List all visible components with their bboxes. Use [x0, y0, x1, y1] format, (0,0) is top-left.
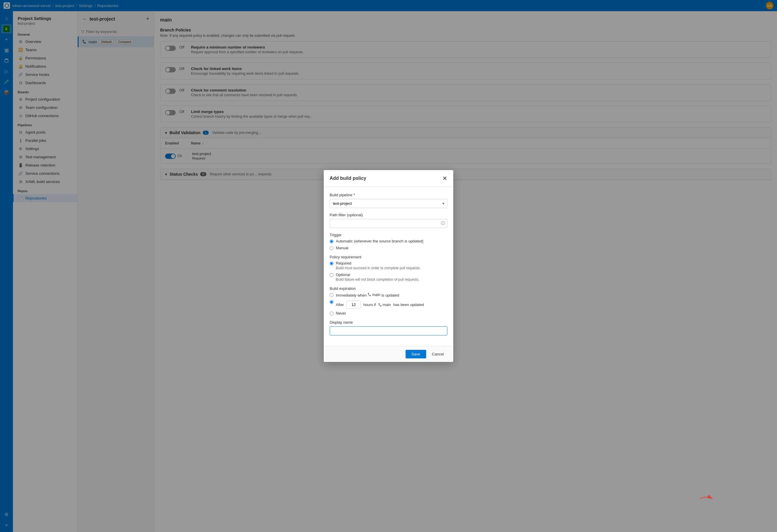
path-filter-group: Path filter (optional) ⓘ — [330, 213, 447, 228]
save-button[interactable]: Save — [406, 350, 426, 358]
modal-header: Add build policy ✕ — [324, 170, 453, 187]
modal-overlay: Add build policy ✕ Build pipeline * test… — [0, 0, 777, 532]
build-pipeline-select-wrapper: test-project — [330, 199, 447, 208]
build-pipeline-select[interactable]: test-project — [330, 199, 447, 208]
svg-point-3 — [370, 295, 371, 296]
modal-footer: Save Cancel — [324, 346, 453, 362]
path-filter-input[interactable] — [330, 219, 447, 228]
exp-immediately-label[interactable]: Immediately when main is updated — [330, 292, 447, 297]
modal-close-button[interactable]: ✕ — [442, 175, 447, 182]
add-build-policy-modal: Add build policy ✕ Build pipeline * test… — [324, 170, 453, 362]
display-name-group: Display name — [330, 320, 447, 336]
cancel-button[interactable]: Cancel — [429, 350, 447, 358]
exp-branch-ref-1: main — [367, 292, 380, 297]
exp-branch-ref-2: main — [378, 302, 391, 307]
policy-requirement-radio-group: Required Build must succeed in order to … — [330, 261, 447, 282]
svg-point-4 — [379, 303, 380, 304]
trigger-manual-label[interactable]: Manual — [330, 246, 447, 250]
hours-input[interactable] — [346, 301, 361, 309]
build-expiration-group: Build expiration Immediately when main i… — [330, 286, 447, 316]
display-name-input[interactable] — [330, 326, 447, 336]
trigger-label: Trigger — [330, 233, 447, 237]
arrow-indicator — [697, 493, 715, 506]
trigger-automatic-radio[interactable] — [330, 240, 333, 243]
build-expiration-radio-group: Immediately when main is updated After — [330, 292, 447, 316]
modal-body: Build pipeline * test-project Path filte… — [324, 187, 453, 346]
req-optional-text: Optional — [336, 272, 419, 277]
svg-point-5 — [380, 305, 381, 306]
build-pipeline-group: Build pipeline * test-project — [330, 193, 447, 208]
req-required-desc: Build must succeed in order to complete … — [336, 266, 421, 270]
req-required-text: Required — [336, 261, 421, 265]
info-icon[interactable]: ⓘ — [441, 221, 445, 226]
exp-after-label[interactable]: After hours if main has been updated — [330, 299, 447, 309]
req-required-radio[interactable] — [330, 262, 333, 265]
trigger-automatic-text: Automatic (whenever the source branch is… — [336, 239, 424, 243]
path-filter-label: Path filter (optional) — [330, 213, 447, 217]
modal-title: Add build policy — [330, 176, 366, 181]
req-required-label[interactable]: Required Build must succeed in order to … — [330, 261, 447, 270]
trigger-manual-text: Manual — [336, 246, 348, 250]
req-optional-label[interactable]: Optional Build failure will not block co… — [330, 272, 447, 282]
req-optional-desc: Build failure will not block completion … — [336, 277, 419, 282]
build-expiration-label: Build expiration — [330, 286, 447, 291]
exp-immediately-radio[interactable] — [330, 293, 333, 297]
display-name-label: Display name — [330, 320, 447, 324]
build-pipeline-label: Build pipeline * — [330, 193, 447, 197]
required-asterisk: * — [353, 193, 355, 197]
trigger-group: Trigger Automatic (whenever the source b… — [330, 233, 447, 250]
trigger-radio-group: Automatic (whenever the source branch is… — [330, 239, 447, 250]
policy-requirement-group: Policy requirement Required Build must s… — [330, 255, 447, 282]
exp-after-radio[interactable] — [330, 300, 333, 304]
svg-point-2 — [368, 293, 369, 294]
exp-never-label[interactable]: Never — [330, 311, 447, 315]
exp-never-radio[interactable] — [330, 311, 333, 315]
trigger-automatic-label[interactable]: Automatic (whenever the source branch is… — [330, 239, 447, 243]
req-optional-radio[interactable] — [330, 273, 333, 277]
policy-requirement-label: Policy requirement — [330, 255, 447, 259]
trigger-manual-radio[interactable] — [330, 246, 333, 250]
exp-never-text: Never — [336, 311, 346, 315]
